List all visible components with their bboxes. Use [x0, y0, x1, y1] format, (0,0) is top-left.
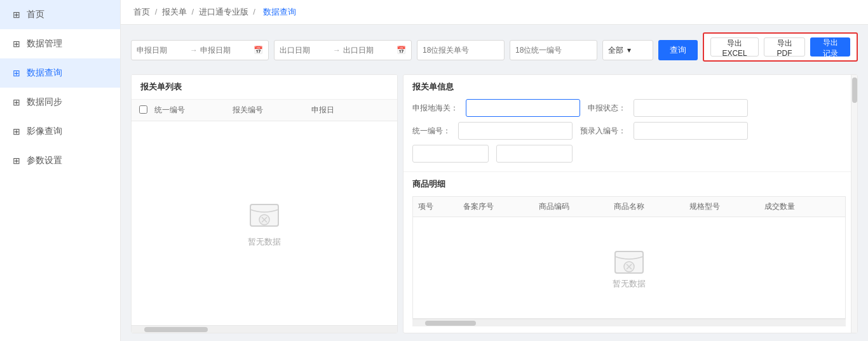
calendar-icon[interactable]: 📅 — [254, 46, 263, 55]
unified-no-field[interactable] — [515, 46, 592, 55]
panels-container: 报关单列表 统一编号 报关编号 申报日 — [131, 74, 858, 333]
sidebar-item-label: 参数设置 — [27, 155, 62, 166]
unified-no-col: 统一编号 — [154, 105, 233, 116]
breadcrumb-import-pro[interactable]: 进口通专业版 — [199, 7, 248, 17]
decl-info-section: 报关单信息 申报地海关： 申报状态： 统一编号： 预录入编号： — [403, 75, 857, 172]
pre-entry-label: 预录入编号： — [580, 126, 626, 137]
param-settings-icon: ⊞ — [13, 156, 20, 166]
form-row-1: 申报地海关： 申报状态： — [412, 99, 846, 117]
declare-date-start[interactable] — [137, 46, 187, 55]
declaration-no-input[interactable] — [417, 40, 505, 60]
filter-bar: → 📅 → 📅 全部 ▾ 查询 — [131, 32, 858, 68]
sidebar: ⊞ 首页 ⊞ 数据管理 ⊞ 数据查询 ⊞ 数据同步 ⊞ 影像查询 ⊞ 参数设置 — [0, 0, 121, 341]
declare-date-range[interactable]: → 📅 — [131, 40, 269, 60]
query-button[interactable]: 查询 — [658, 40, 698, 60]
left-table-header: 统一编号 报关编号 申报日 — [132, 100, 397, 121]
export-pdf-button[interactable]: 导出PDF — [764, 37, 805, 57]
unified-no-label: 统一编号： — [412, 126, 451, 137]
declaration-no-field[interactable] — [423, 46, 499, 55]
extra-field-1[interactable] — [412, 145, 489, 163]
main-content: 首页 / 报关单 / 进口通专业版 / 数据查询 → 📅 → 📅 — [121, 0, 868, 341]
goods-col-commodity-name: 商品名称 — [614, 201, 689, 212]
arrow-icon: → — [190, 46, 198, 55]
goods-detail-title: 商品明细 — [412, 178, 846, 190]
form-row-3 — [412, 145, 846, 163]
goods-col-commodity-code: 商品编码 — [539, 201, 614, 212]
right-scrollbar-bottom[interactable] — [412, 319, 846, 326]
chevron-down-icon: ▾ — [627, 46, 631, 55]
left-scrollbar-thumb[interactable] — [144, 327, 208, 332]
decl-no-col: 报关编号 — [233, 105, 311, 116]
decl-date-col: 申报日 — [311, 105, 390, 116]
form-row-2: 统一编号： 预录入编号： — [412, 122, 846, 140]
unified-no-input-right[interactable] — [458, 122, 573, 140]
sidebar-item-image-query[interactable]: ⊞ 影像查询 — [0, 117, 120, 146]
unified-no-input[interactable] — [510, 40, 597, 60]
right-panel: 报关单信息 申报地海关： 申报状态： 统一编号： 预录入编号： — [403, 74, 858, 333]
sidebar-item-label: 数据管理 — [27, 38, 62, 50]
sidebar-item-home[interactable]: ⊞ 首页 — [0, 0, 120, 29]
sidebar-item-label: 数据同步 — [27, 97, 62, 108]
goods-section: 商品明细 项号 备案序号 商品编码 商品名称 规格型号 成交数量 — [403, 172, 857, 333]
no-data-icon-left — [245, 199, 283, 231]
sidebar-item-data-query[interactable]: ⊞ 数据查询 — [0, 58, 120, 88]
arrow-icon2: → — [333, 46, 341, 55]
breadcrumb-home[interactable]: 首页 — [133, 7, 150, 17]
goods-col-spec: 规格型号 — [689, 201, 765, 212]
declare-status-input[interactable] — [634, 99, 748, 117]
data-sync-icon: ⊞ — [13, 97, 20, 107]
data-query-icon: ⊞ — [13, 68, 20, 78]
checkbox-col[interactable] — [139, 105, 154, 116]
breadcrumb-current: 数据查询 — [263, 7, 296, 17]
data-management-icon: ⊞ — [13, 39, 20, 49]
goods-col-item-no: 项号 — [418, 201, 463, 212]
goods-table-header: 项号 备案序号 商品编码 商品名称 规格型号 成交数量 — [412, 196, 846, 217]
declare-status-label: 申报状态： — [588, 103, 626, 114]
left-panel-body: 暂无数据 — [132, 121, 397, 325]
image-query-icon: ⊞ — [13, 126, 20, 137]
calendar-icon2[interactable]: 📅 — [397, 46, 406, 55]
export-record-button[interactable]: 导出记录 — [810, 37, 850, 57]
pre-entry-input[interactable] — [634, 122, 748, 140]
export-date-range[interactable]: → 📅 — [274, 40, 412, 60]
sidebar-item-label: 首页 — [27, 9, 44, 20]
goods-col-record-no: 备案序号 — [463, 201, 539, 212]
all-select[interactable]: 全部 ▾ — [602, 40, 653, 60]
sidebar-item-label: 影像查询 — [27, 126, 62, 137]
sidebar-item-param-settings[interactable]: ⊞ 参数设置 — [0, 146, 120, 175]
select-all-checkbox[interactable] — [139, 105, 147, 114]
goods-col-quantity: 成交数量 — [764, 201, 840, 212]
no-data-icon-right — [610, 246, 648, 278]
no-data-text-left: 暂无数据 — [248, 236, 281, 248]
breadcrumb: 首页 / 报关单 / 进口通专业版 / 数据查询 — [121, 0, 868, 25]
sidebar-item-data-management[interactable]: ⊞ 数据管理 — [0, 29, 120, 58]
export-action-bar: 导出EXCEL 导出PDF 导出记录 — [703, 32, 858, 62]
export-excel-button[interactable]: 导出EXCEL — [710, 37, 759, 57]
all-select-label: 全部 — [608, 45, 623, 56]
export-date-end[interactable] — [343, 46, 394, 55]
right-scrollbar-thumb[interactable] — [852, 77, 857, 103]
left-panel: 报关单列表 统一编号 报关编号 申报日 — [131, 74, 398, 333]
extra-field-2[interactable] — [496, 145, 573, 163]
right-scrollbar-v[interactable] — [851, 75, 857, 333]
left-panel-title: 报关单列表 — [132, 75, 397, 100]
sidebar-item-label: 数据查询 — [27, 67, 62, 79]
home-icon: ⊞ — [13, 10, 20, 20]
export-date-start[interactable] — [280, 46, 330, 55]
declare-customs-label: 申报地海关： — [412, 103, 458, 114]
decl-info-title: 报关单信息 — [412, 81, 846, 93]
left-scrollbar-h[interactable] — [132, 325, 397, 333]
declare-date-end[interactable] — [200, 46, 251, 55]
breadcrumb-declaration[interactable]: 报关单 — [162, 7, 187, 17]
declare-customs-input[interactable] — [466, 99, 580, 117]
content-area: → 📅 → 📅 全部 ▾ 查询 — [121, 25, 868, 341]
goods-body: 暂无数据 — [412, 217, 846, 319]
sidebar-item-data-sync[interactable]: ⊞ 数据同步 — [0, 88, 120, 117]
right-scroll-thumb[interactable] — [425, 321, 476, 326]
no-data-text-right: 暂无数据 — [613, 278, 646, 290]
